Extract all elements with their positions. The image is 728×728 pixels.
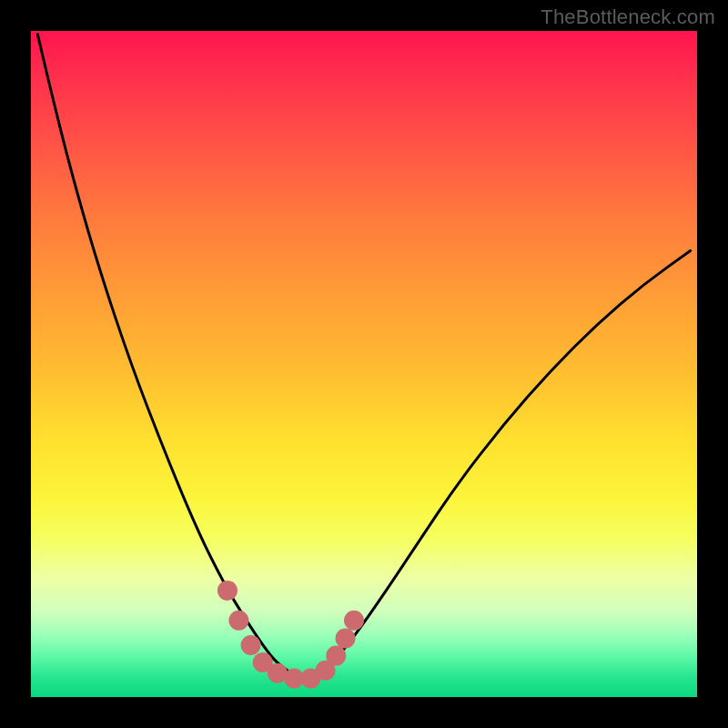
plot-area <box>31 31 697 697</box>
valley-dot <box>241 635 261 655</box>
valley-dot <box>228 611 248 631</box>
valley-dot <box>344 611 364 631</box>
valley-dot <box>217 581 238 601</box>
valley-dot <box>336 629 356 649</box>
curve-right <box>318 251 691 677</box>
dotted-valley <box>217 581 364 689</box>
watermark-text: TheBottleneck.com <box>541 5 715 29</box>
chart-frame: TheBottleneck.com <box>0 0 728 728</box>
chart-svg <box>31 31 697 697</box>
curve-left <box>37 35 297 677</box>
valley-dot <box>326 646 346 666</box>
